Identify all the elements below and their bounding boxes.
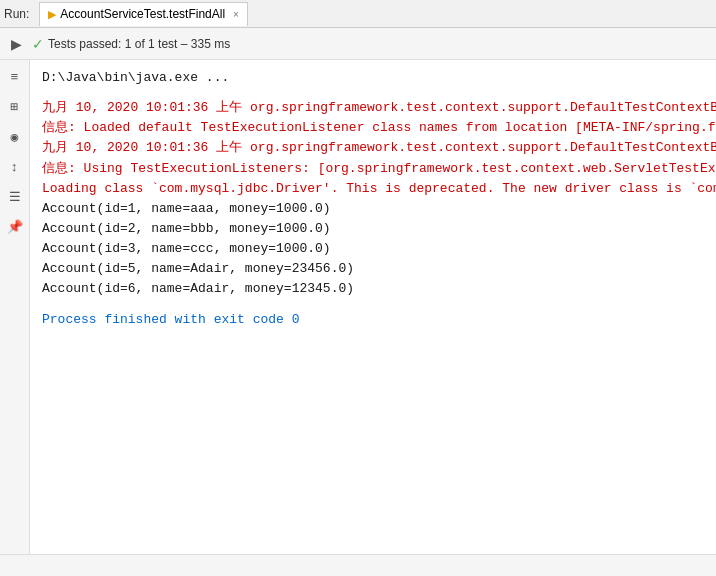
sidebar-icon-6[interactable]: 📌 (4, 216, 26, 238)
sidebar-icon-4[interactable]: ↕ (4, 156, 26, 178)
console-line: Account(id=5, name=Adair, money=23456.0) (42, 259, 704, 279)
console-line: Account(id=1, name=aaa, money=1000.0) (42, 199, 704, 219)
console-spacer (42, 300, 704, 310)
toolbar: ▶ ✓ Tests passed: 1 of 1 test – 335 ms (0, 28, 716, 60)
console-line: Account(id=2, name=bbb, money=1000.0) (42, 219, 704, 239)
tab-bar: Run: ▶ AccountServiceTest.testFindAll × (0, 0, 716, 28)
tab-accountservicetest[interactable]: ▶ AccountServiceTest.testFindAll × (39, 2, 248, 26)
pass-label: Tests passed: 1 of 1 test – 335 ms (48, 37, 230, 51)
console-line: 信息: Using TestExecutionListeners: [org.s… (42, 159, 704, 179)
console-line: Loading class `com.mysql.jdbc.Driver'. T… (42, 179, 704, 199)
bottom-bar (0, 554, 716, 576)
main-area: ≡ ⊞ ◉ ↕ ☰ 📌 D:\Java\bin\java.exe ...九月 1… (0, 60, 716, 554)
sidebar-icon-5[interactable]: ☰ (4, 186, 26, 208)
tab-label: AccountServiceTest.testFindAll (60, 7, 225, 21)
console-line: Process finished with exit code 0 (42, 310, 704, 330)
sidebar-icon-1[interactable]: ≡ (4, 66, 26, 88)
console-output: D:\Java\bin\java.exe ...九月 10, 2020 10:0… (30, 60, 716, 554)
play-button[interactable]: ▶ (6, 34, 26, 54)
console-line: 九月 10, 2020 10:01:36 上午 org.springframew… (42, 98, 704, 118)
run-label: Run: (4, 7, 35, 21)
sidebar-icon-3[interactable]: ◉ (4, 126, 26, 148)
console-line: D:\Java\bin\java.exe ... (42, 68, 704, 88)
pass-check-icon: ✓ (32, 36, 44, 52)
sidebar-icon-2[interactable]: ⊞ (4, 96, 26, 118)
left-sidebar: ≡ ⊞ ◉ ↕ ☰ 📌 (0, 60, 30, 554)
tab-close-icon[interactable]: × (233, 9, 239, 20)
console-line: 九月 10, 2020 10:01:36 上午 org.springframew… (42, 138, 704, 158)
console-line: Account(id=6, name=Adair, money=12345.0) (42, 279, 704, 299)
pass-indicator: ✓ Tests passed: 1 of 1 test – 335 ms (32, 36, 230, 52)
console-spacer (42, 88, 704, 98)
tab-run-icon: ▶ (48, 8, 56, 21)
console-line: 信息: Loaded default TestExecutionListener… (42, 118, 704, 138)
console-line: Account(id=3, name=ccc, money=1000.0) (42, 239, 704, 259)
